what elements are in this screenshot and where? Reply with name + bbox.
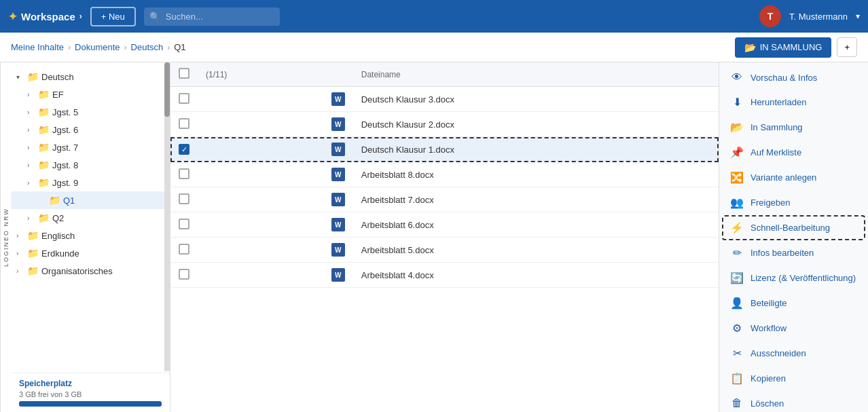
panel-label-ausschneiden: Ausschneiden — [751, 348, 806, 358]
breadcrumb-bar: Meine Inhalte › Dokumente › Deutsch › Q1… — [0, 33, 868, 62]
row-word-icon-cell-7: W — [323, 263, 353, 288]
sidebar-item-englisch[interactable]: › 📁 Englisch — [11, 227, 170, 244]
row-checkbox-cell-6[interactable] — [170, 238, 198, 263]
in-sammlung-button[interactable]: 📂 IN SAMMLUNG — [735, 37, 832, 58]
panel-item-variante[interactable]: 🔀 Variante anlegen — [719, 165, 868, 190]
row-filename-6[interactable]: Arbeitsblatt 5.docx — [353, 238, 719, 263]
row-word-icon-cell-2: W — [323, 137, 353, 162]
row-icon-cell-1 — [198, 112, 323, 137]
breadcrumb-deutsch[interactable]: Deutsch — [131, 42, 164, 52]
search-input[interactable] — [144, 7, 280, 26]
scroll-thumb[interactable] — [164, 62, 170, 117]
row-checkbox-cell-5[interactable] — [170, 212, 198, 238]
table-row[interactable]: W Arbeitsblatt 6.docx — [170, 212, 719, 238]
panel-item-schnell-bearbeitung[interactable]: ⚡ Schnell-Bearbeitung — [722, 215, 865, 240]
user-dropdown-icon[interactable]: ▾ — [856, 12, 860, 21]
panel-item-loeschen[interactable]: 🗑 Löschen — [719, 391, 868, 412]
panel-item-workflow[interactable]: ⚙ Workflow — [719, 316, 868, 341]
scroll-indicator[interactable] — [164, 62, 170, 371]
table-row[interactable]: W Deutsch Klausur 2.docx — [170, 112, 719, 137]
sidebar-label-ef: EF — [52, 90, 64, 100]
toggle-icon-englisch: › — [16, 232, 24, 240]
table-row[interactable]: W Arbeitsblatt 5.docx — [170, 238, 719, 263]
sidebar: ▾ 📁 Deutsch › 📁 EF › 📁 Jgst. 5 › 📁 Jgst.… — [11, 62, 170, 412]
sidebar-item-jgst8[interactable]: › 📁 Jgst. 8 — [11, 156, 170, 174]
row-checkbox-cell-0[interactable] — [170, 87, 198, 112]
avatar[interactable]: T — [759, 5, 781, 27]
sidebar-item-jgst9[interactable]: › 📁 Jgst. 9 — [11, 174, 170, 191]
sidebar-item-jgst6[interactable]: › 📁 Jgst. 6 — [11, 121, 170, 138]
row-checkbox-cell-7[interactable] — [170, 263, 198, 288]
panel-item-merkliste[interactable]: 📌 Auf Merkliste — [719, 140, 868, 165]
panel-item-in-sammlung[interactable]: 📂 In Sammlung — [719, 115, 868, 140]
sidebar-item-jgst7[interactable]: › 📁 Jgst. 7 — [11, 138, 170, 156]
breadcrumb-dokumente[interactable]: Dokumente — [75, 42, 120, 52]
panel-item-infos-bearbeiten[interactable]: ✏ Infos bearbeiten — [719, 240, 868, 265]
panel-item-beteiligte[interactable]: 👤 Beteiligte — [719, 291, 868, 316]
icon-header — [323, 62, 353, 87]
row-checkbox-cell-2[interactable]: ✓ — [170, 137, 198, 162]
panel-icon-download: ⬇ — [730, 96, 744, 109]
sidebar-item-jgst5[interactable]: › 📁 Jgst. 5 — [11, 103, 170, 121]
panel-item-freigeben[interactable]: 👥 Freigeben — [719, 190, 868, 215]
row-word-icon-cell-1: W — [323, 112, 353, 137]
panel-icon-beteiligte: 👤 — [730, 297, 744, 310]
sidebar-item-organisatorisches[interactable]: › 📁 Organisatorisches — [11, 262, 170, 280]
sidebar-item-q1[interactable]: 📁 Q1 — [11, 191, 170, 209]
sidebar-label-jgst8: Jgst. 8 — [52, 160, 78, 170]
row-filename-3[interactable]: Arbeitsblatt 8.docx — [353, 162, 719, 187]
row-checkbox-cell-4[interactable] — [170, 187, 198, 212]
row-filename-2[interactable]: Deutsch Klausur 1.docx — [353, 137, 719, 162]
new-button-label: + Neu — [101, 12, 125, 22]
row-word-icon-cell-4: W — [323, 187, 353, 212]
panel-label-kopieren: Kopieren — [751, 373, 786, 383]
panel-icon-infos-bearbeiten: ✏ — [730, 246, 744, 259]
table-row[interactable]: W Arbeitsblatt 8.docx — [170, 162, 719, 187]
sidebar-item-deutsch[interactable]: ▾ 📁 Deutsch — [11, 68, 170, 86]
select-all-checkbox[interactable] — [179, 68, 189, 79]
row-filename-1[interactable]: Deutsch Klausur 2.docx — [353, 112, 719, 137]
row-icon-cell-6 — [198, 238, 323, 263]
panel-item-kopieren[interactable]: 📋 Kopieren — [719, 366, 868, 391]
row-checkbox-cell-1[interactable] — [170, 112, 198, 137]
row-checkbox-4[interactable] — [179, 193, 189, 204]
row-filename-7[interactable]: Arbeitsblatt 4.docx — [353, 263, 719, 288]
row-filename-0[interactable]: Deutsch Klausur 3.docx — [353, 87, 719, 112]
sidebar-item-erdkunde[interactable]: › 📁 Erdkunde — [11, 244, 170, 262]
panel-label-loeschen: Löschen — [751, 398, 784, 409]
panel-icon-schnell-bearbeitung: ⚡ — [730, 221, 744, 234]
row-checkbox-cell-3[interactable] — [170, 162, 198, 187]
panel-item-download[interactable]: ⬇ Herunterladen — [719, 90, 868, 115]
row-checkbox-6[interactable] — [179, 244, 189, 255]
table-row[interactable]: W Deutsch Klausur 3.docx — [170, 87, 719, 112]
row-checkbox-1[interactable] — [179, 118, 189, 129]
toggle-icon-erdkunde: › — [16, 250, 24, 257]
row-checkbox-7[interactable] — [179, 269, 189, 280]
breadcrumb-meine-inhalte[interactable]: Meine Inhalte — [11, 42, 64, 52]
row-checkbox-5[interactable] — [179, 219, 189, 229]
sidebar-item-ef[interactable]: › 📁 EF — [11, 86, 170, 103]
sidebar-item-q2[interactable]: › 📁 Q2 — [11, 209, 170, 227]
panel-item-ausschneiden[interactable]: ✂ Ausschneiden — [719, 341, 868, 366]
row-checkbox-3[interactable] — [179, 168, 189, 179]
toggle-icon-jgst8: › — [27, 162, 35, 169]
panel-icon-lizenz: 🔄 — [730, 271, 744, 284]
folder-icon-erdkunde: 📁 — [27, 248, 39, 259]
select-all-header[interactable] — [170, 62, 198, 87]
row-checkbox-0[interactable] — [179, 93, 189, 104]
table-row[interactable]: ✓ W Deutsch Klausur 1.docx — [170, 137, 719, 162]
app-logo[interactable]: ✦ Workspace › — [8, 10, 82, 23]
content-area: (1/11) Dateiname W Deutsch Klausur 3.doc… — [170, 62, 719, 412]
new-button[interactable]: + Neu — [90, 7, 136, 26]
table-row[interactable]: W Arbeitsblatt 4.docx — [170, 263, 719, 288]
panel-item-lizenz[interactable]: 🔄 Lizenz (& Veröffentlichung) — [719, 265, 868, 291]
panel-item-preview[interactable]: 👁 Vorschau & Infos — [719, 65, 868, 90]
row-icon-cell-3 — [198, 162, 323, 187]
row-filename-5[interactable]: Arbeitsblatt 6.docx — [353, 212, 719, 238]
table-row[interactable]: W Arbeitsblatt 7.docx — [170, 187, 719, 212]
row-filename-4[interactable]: Arbeitsblatt 7.docx — [353, 187, 719, 212]
more-button[interactable]: + — [837, 37, 857, 57]
row-checkbox-2[interactable]: ✓ — [179, 144, 189, 155]
word-icon-3: W — [331, 168, 345, 181]
file-table: (1/11) Dateiname W Deutsch Klausur 3.doc… — [170, 62, 719, 288]
